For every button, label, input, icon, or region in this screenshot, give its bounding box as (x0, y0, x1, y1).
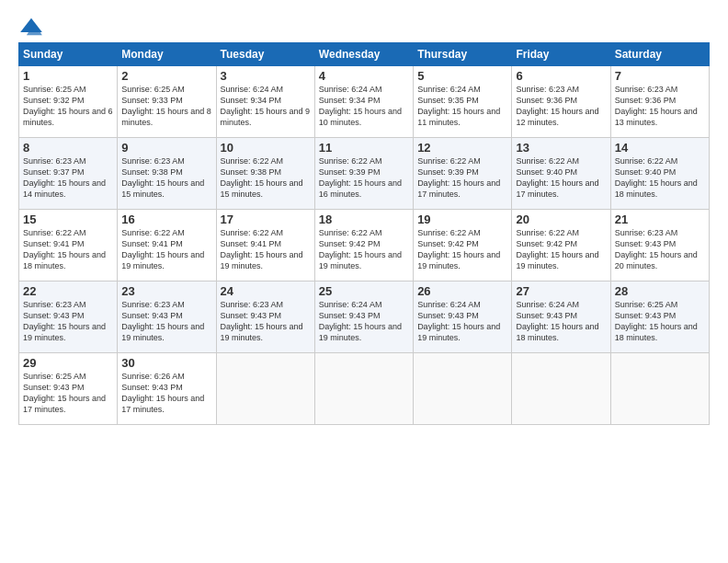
cell-day-number: 15 (23, 213, 113, 226)
cell-info: Sunrise: 6:23 AMSunset: 9:43 PMDaylight:… (23, 300, 106, 342)
cell-day-number: 25 (319, 284, 409, 298)
calendar-cell: 16Sunrise: 6:22 AMSunset: 9:41 PMDayligh… (118, 210, 216, 282)
calendar-cell: 17Sunrise: 6:22 AMSunset: 9:41 PMDayligh… (216, 210, 314, 282)
cell-info: Sunrise: 6:23 AMSunset: 9:43 PMDaylight:… (121, 300, 204, 342)
cell-info: Sunrise: 6:24 AMSunset: 9:35 PMDaylight:… (417, 85, 500, 127)
calendar-cell: 12Sunrise: 6:22 AMSunset: 9:39 PMDayligh… (414, 138, 512, 210)
cell-day-number: 12 (417, 141, 507, 155)
header (18, 17, 710, 37)
calendar-cell (610, 353, 709, 425)
cell-day-number: 18 (319, 213, 409, 226)
calendar-cell: 26Sunrise: 6:24 AMSunset: 9:43 PMDayligh… (414, 282, 512, 353)
calendar-cell: 22Sunrise: 6:23 AMSunset: 9:43 PMDayligh… (19, 282, 118, 353)
cell-info: Sunrise: 6:22 AMSunset: 9:42 PMDaylight:… (319, 228, 402, 270)
cell-day-number: 8 (23, 141, 113, 155)
cell-info: Sunrise: 6:22 AMSunset: 9:41 PMDaylight:… (121, 228, 204, 270)
cell-info: Sunrise: 6:22 AMSunset: 9:40 PMDaylight:… (516, 156, 598, 199)
cell-day-number: 13 (516, 141, 606, 155)
calendar-page: SundayMondayTuesdayWednesdayThursdayFrid… (0, 0, 728, 563)
cell-day-number: 16 (121, 213, 211, 226)
cell-info: Sunrise: 6:24 AMSunset: 9:43 PMDaylight:… (319, 300, 402, 342)
cell-info: Sunrise: 6:22 AMSunset: 9:39 PMDaylight:… (319, 156, 402, 199)
calendar-cell: 24Sunrise: 6:23 AMSunset: 9:43 PMDayligh… (216, 282, 314, 353)
day-header-wednesday: Wednesday (314, 43, 413, 66)
calendar-cell: 18Sunrise: 6:22 AMSunset: 9:42 PMDayligh… (314, 210, 413, 282)
calendar-week-row: 8Sunrise: 6:23 AMSunset: 9:37 PMDaylight… (19, 138, 710, 210)
calendar-cell (512, 353, 610, 425)
cell-info: Sunrise: 6:23 AMSunset: 9:43 PMDaylight:… (615, 228, 698, 270)
calendar-cell: 7Sunrise: 6:23 AMSunset: 9:36 PMDaylight… (610, 66, 709, 138)
calendar-cell: 2Sunrise: 6:25 AMSunset: 9:33 PMDaylight… (118, 66, 216, 138)
calendar-cell (314, 353, 413, 425)
calendar-cell: 25Sunrise: 6:24 AMSunset: 9:43 PMDayligh… (314, 282, 413, 353)
cell-day-number: 11 (319, 141, 409, 155)
cell-day-number: 17 (221, 213, 311, 226)
calendar-cell: 14Sunrise: 6:22 AMSunset: 9:40 PMDayligh… (610, 138, 709, 210)
cell-day-number: 4 (319, 69, 409, 83)
cell-info: Sunrise: 6:26 AMSunset: 9:43 PMDaylight:… (121, 372, 204, 414)
calendar-cell: 30Sunrise: 6:26 AMSunset: 9:43 PMDayligh… (118, 353, 216, 425)
day-header-tuesday: Tuesday (216, 43, 314, 66)
calendar-cell: 15Sunrise: 6:22 AMSunset: 9:41 PMDayligh… (19, 210, 118, 282)
calendar-cell: 19Sunrise: 6:22 AMSunset: 9:42 PMDayligh… (414, 210, 512, 282)
cell-info: Sunrise: 6:25 AMSunset: 9:33 PMDaylight:… (121, 85, 211, 127)
cell-day-number: 10 (221, 141, 311, 155)
calendar-cell (216, 353, 314, 425)
calendar-cell: 28Sunrise: 6:25 AMSunset: 9:43 PMDayligh… (610, 282, 709, 353)
cell-info: Sunrise: 6:23 AMSunset: 9:36 PMDaylight:… (615, 85, 698, 127)
cell-info: Sunrise: 6:22 AMSunset: 9:38 PMDaylight:… (221, 156, 303, 199)
calendar-header-row: SundayMondayTuesdayWednesdayThursdayFrid… (19, 43, 710, 66)
cell-day-number: 23 (121, 284, 211, 298)
cell-info: Sunrise: 6:23 AMSunset: 9:37 PMDaylight:… (23, 156, 106, 199)
calendar-table: SundayMondayTuesdayWednesdayThursdayFrid… (18, 42, 710, 425)
cell-info: Sunrise: 6:22 AMSunset: 9:39 PMDaylight:… (417, 156, 500, 199)
calendar-cell: 27Sunrise: 6:24 AMSunset: 9:43 PMDayligh… (512, 282, 610, 353)
cell-info: Sunrise: 6:23 AMSunset: 9:38 PMDaylight:… (121, 156, 204, 199)
day-header-friday: Friday (512, 43, 610, 66)
cell-day-number: 29 (23, 356, 113, 370)
cell-info: Sunrise: 6:22 AMSunset: 9:41 PMDaylight:… (23, 228, 106, 270)
cell-day-number: 5 (417, 69, 507, 83)
cell-info: Sunrise: 6:24 AMSunset: 9:34 PMDaylight:… (221, 85, 311, 127)
cell-day-number: 9 (121, 141, 211, 155)
calendar-cell: 3Sunrise: 6:24 AMSunset: 9:34 PMDaylight… (216, 66, 314, 138)
calendar-cell: 9Sunrise: 6:23 AMSunset: 9:38 PMDaylight… (118, 138, 216, 210)
day-header-sunday: Sunday (19, 43, 118, 66)
calendar-cell: 13Sunrise: 6:22 AMSunset: 9:40 PMDayligh… (512, 138, 610, 210)
cell-info: Sunrise: 6:22 AMSunset: 9:40 PMDaylight:… (615, 156, 698, 199)
calendar-cell: 10Sunrise: 6:22 AMSunset: 9:38 PMDayligh… (216, 138, 314, 210)
calendar-cell: 21Sunrise: 6:23 AMSunset: 9:43 PMDayligh… (610, 210, 709, 282)
cell-day-number: 20 (516, 213, 606, 226)
day-header-monday: Monday (118, 43, 216, 66)
cell-day-number: 2 (121, 69, 211, 83)
cell-info: Sunrise: 6:24 AMSunset: 9:43 PMDaylight:… (516, 300, 598, 342)
cell-info: Sunrise: 6:22 AMSunset: 9:42 PMDaylight:… (516, 228, 598, 270)
calendar-cell: 5Sunrise: 6:24 AMSunset: 9:35 PMDaylight… (414, 66, 512, 138)
cell-day-number: 7 (615, 69, 705, 83)
calendar-cell (414, 353, 512, 425)
cell-info: Sunrise: 6:24 AMSunset: 9:34 PMDaylight:… (319, 85, 402, 127)
cell-info: Sunrise: 6:22 AMSunset: 9:41 PMDaylight:… (221, 228, 303, 270)
cell-info: Sunrise: 6:23 AMSunset: 9:36 PMDaylight:… (516, 85, 598, 127)
calendar-week-row: 29Sunrise: 6:25 AMSunset: 9:43 PMDayligh… (19, 353, 710, 425)
calendar-cell: 20Sunrise: 6:22 AMSunset: 9:42 PMDayligh… (512, 210, 610, 282)
logo (18, 17, 48, 37)
cell-day-number: 24 (221, 284, 311, 298)
calendar-cell: 4Sunrise: 6:24 AMSunset: 9:34 PMDaylight… (314, 66, 413, 138)
cell-day-number: 19 (417, 213, 507, 226)
calendar-cell: 11Sunrise: 6:22 AMSunset: 9:39 PMDayligh… (314, 138, 413, 210)
cell-day-number: 28 (615, 284, 705, 298)
calendar-cell: 6Sunrise: 6:23 AMSunset: 9:36 PMDaylight… (512, 66, 610, 138)
calendar-cell: 1Sunrise: 6:25 AMSunset: 9:32 PMDaylight… (19, 66, 118, 138)
cell-day-number: 14 (615, 141, 705, 155)
logo-icon (18, 17, 44, 37)
cell-day-number: 27 (516, 284, 606, 298)
calendar-week-row: 15Sunrise: 6:22 AMSunset: 9:41 PMDayligh… (19, 210, 710, 282)
day-header-saturday: Saturday (610, 43, 709, 66)
calendar-week-row: 1Sunrise: 6:25 AMSunset: 9:32 PMDaylight… (19, 66, 710, 138)
cell-info: Sunrise: 6:23 AMSunset: 9:43 PMDaylight:… (221, 300, 303, 342)
day-header-thursday: Thursday (414, 43, 512, 66)
cell-day-number: 26 (417, 284, 507, 298)
cell-day-number: 21 (615, 213, 705, 226)
calendar-cell: 8Sunrise: 6:23 AMSunset: 9:37 PMDaylight… (19, 138, 118, 210)
